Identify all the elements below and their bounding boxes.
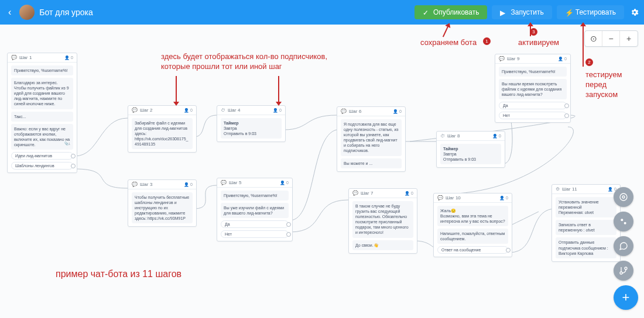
message-block: Вы можете и ... (341, 158, 402, 168)
check-icon: ✓ (423, 9, 430, 16)
subscribers-count: 👤0 (558, 57, 567, 61)
arrow-up-icon (583, 26, 584, 67)
tool-branch-button[interactable] (614, 261, 633, 281)
test-button[interactable]: ⚡ Тестировать (557, 5, 624, 19)
node-title: Шаг 7 (361, 191, 373, 196)
chat-icon: 💬 (132, 182, 138, 187)
node-step-3[interactable]: 💬Шаг 3👤0 Чтобы получить бесплатные шабло… (128, 179, 197, 227)
annotation-badge-2: 2 (585, 58, 593, 66)
zoom-in-button[interactable]: + (620, 31, 638, 46)
message-block: Приветствую, %username%! (221, 191, 289, 201)
zoom-out-button[interactable]: − (602, 31, 620, 46)
node-step-11[interactable]: ⚙Шаг 11👤0 Установить значение переменной… (551, 184, 621, 262)
arrow-down-icon (278, 76, 279, 102)
node-title: Шаг 2 (140, 108, 152, 113)
subscribers-count: 👤0 (184, 108, 193, 113)
node-step-5[interactable]: 💬Шаг 5👤0 Приветствую, %username%! Вы уже… (217, 178, 293, 241)
reply-button[interactable]: Нет (221, 230, 289, 238)
action-block: Записать ответ в переменную : otvet (556, 220, 616, 235)
reply-button[interactable]: Да (499, 102, 567, 109)
subscribers-count: 👤0 (405, 191, 413, 196)
chat-icon: 💬 (341, 109, 347, 114)
node-step-4[interactable]: ⏱Шаг 4👤0 ТаймерЗавтраОтправить в 9:03 (217, 105, 286, 142)
node-title: Шаг 10 (446, 195, 461, 201)
annotation-example: пример чат-бота из 11 шагов (56, 268, 181, 281)
chat-icon: 💬 (352, 191, 358, 196)
reply-button[interactable]: Нет (499, 112, 567, 119)
svg-point-1 (620, 193, 627, 201)
node-step-8[interactable]: ⏱Шаг 8👤0 ТаймерЗавтраОтправить в 9:03 (436, 131, 505, 168)
settings-icon[interactable] (630, 8, 639, 17)
tool-settings-button[interactable] (614, 212, 633, 231)
bolt-icon: ⚡ (565, 9, 572, 16)
annotation-badge-1: 1 (483, 37, 491, 45)
message-block: Чтобы получить бесплатные шаблоны лендин… (132, 192, 193, 223)
svg-point-2 (621, 219, 623, 221)
flow-canvas[interactable]: ⊙ − + 💬Шаг 1👤0 Приветствую, %username%! … (0, 25, 644, 318)
node-step-2[interactable]: 💬Шаг 2👤0 Забирайте файл с идеями для соз… (128, 105, 197, 153)
chat-icon: 💬 (499, 56, 505, 61)
subscribers-count: 👤0 (499, 196, 508, 201)
svg-point-5 (620, 272, 622, 274)
message-block: В таком случае не буду грузить вас следу… (352, 201, 413, 238)
chat-icon: 💬 (221, 180, 227, 185)
timer-block: ТаймерЗавтраОтправить в 9:03 (440, 144, 501, 164)
app-header: ‹ Бот для урока ✓ Опубликовать ▶ Запусти… (0, 0, 644, 25)
reply-button[interactable]: Да (221, 220, 289, 228)
back-button[interactable]: ‹ (5, 7, 15, 18)
node-title: Шаг 1 (19, 55, 32, 60)
node-title: Шаг 9 (507, 56, 519, 61)
node-step-1[interactable]: 💬Шаг 1👤0 Приветствую, %username%! Благод… (7, 53, 77, 173)
subscribers-count: 👤0 (64, 56, 73, 60)
message-block: Забирайте файл с идеями для создания лид… (132, 118, 193, 149)
message-block: Такс... (11, 112, 73, 122)
svg-point-4 (625, 267, 627, 269)
svg-point-0 (622, 196, 625, 198)
node-title: Шаг 5 (229, 180, 241, 185)
tool-eye-button[interactable] (614, 187, 633, 207)
message-block: Напишите, пожалуйста, ответным сообщение… (437, 229, 508, 244)
annotation-subscribers: здесь будет отображаться кол-во подписчи… (161, 52, 327, 72)
annotation-badge-3: 3 (530, 28, 537, 36)
node-title: Шаг 3 (140, 182, 152, 187)
subscribers-count: 👤0 (184, 182, 193, 187)
add-step-button[interactable]: + (614, 285, 638, 310)
message-block: Жаль😔 Возможно, вам эта тема не интересн… (437, 206, 508, 226)
reply-button[interactable]: Идеи лид-магнитов (11, 152, 73, 160)
annotation-activate: активируем (518, 38, 559, 48)
node-title: Шаг 8 (447, 133, 460, 139)
message-block: Важно: если у вас вдруг не отображаются … (11, 124, 73, 150)
tool-chat-button[interactable] (614, 236, 633, 256)
subscribers-count: 👤0 (492, 134, 501, 139)
node-step-6[interactable]: 💬Шаг 6👤0 Я подготовила для вас еще одну … (337, 106, 406, 172)
chat-icon: 💬 (437, 195, 443, 201)
play-icon: ▶ (500, 9, 507, 16)
zoom-controls: ⊙ − + (584, 30, 638, 47)
message-block: Приветствую, %username%! (499, 67, 567, 77)
message-block: Вы нашли время посмотреть файлик с идеям… (499, 79, 567, 99)
action-icon: ⚙ (556, 186, 560, 192)
annotation-testing: тестируем перед запуском (585, 70, 622, 100)
node-step-7[interactable]: 💬Шаг 7👤0 В таком случае не буду грузить … (348, 188, 417, 254)
timer-block: ТаймерЗавтраОтправить в 9:03 (221, 118, 282, 139)
reply-button[interactable]: Ответ на сообщение (437, 246, 508, 254)
chat-icon: 💬 (11, 55, 17, 60)
zoom-fit-button[interactable]: ⊙ (585, 31, 602, 46)
subscribers-count: 👤0 (273, 108, 282, 113)
bot-title: Бот для урока (39, 8, 93, 17)
message-block: Я подготовила для вас еще одну полезност… (341, 119, 402, 156)
node-title: Шаг 11 (562, 186, 577, 192)
reply-button[interactable]: Шаблоны лендингов (11, 162, 73, 170)
arrow-down-icon (176, 76, 177, 102)
action-block: Установить значение переменной Переменна… (556, 197, 616, 217)
run-button[interactable]: ▶ Запустить (492, 5, 551, 19)
annotation-save: сохраняем бота (420, 38, 477, 48)
timer-icon: ⏱ (440, 133, 445, 139)
subscribers-count: 👤0 (393, 109, 402, 114)
node-step-9[interactable]: 💬Шаг 9👤0 Приветствую, %username%! Вы наш… (495, 54, 571, 123)
node-step-10[interactable]: 💬Шаг 10👤0 Жаль😔 Возможно, вам эта тема н… (433, 193, 512, 257)
canvas-toolbar: + (614, 187, 638, 310)
publish-button[interactable]: ✓ Опубликовать (415, 5, 487, 19)
bot-avatar[interactable] (19, 5, 35, 20)
subscribers-count: 👤0 (280, 181, 289, 185)
